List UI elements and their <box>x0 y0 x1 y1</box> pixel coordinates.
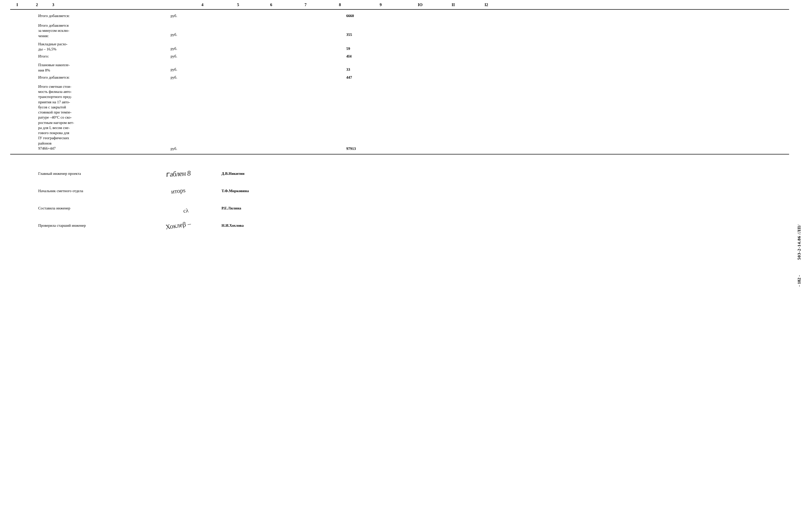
row2-unit: руб. <box>171 23 211 37</box>
table-row: Итого: руб. 4I4 <box>38 53 766 60</box>
col-header-10: IO <box>404 3 437 7</box>
side-label: 503-2-14.86 /ЛП/ - 182 - <box>789 0 809 511</box>
col-header-6: 6 <box>253 3 289 7</box>
sig4-image: Хоклеβ – <box>135 219 222 232</box>
col-header-7: 7 <box>289 3 322 7</box>
main-table: I 2 3 4 5 6 7 8 9 IO II I2 Итого добавля… <box>0 0 789 511</box>
sig1-title: Главный инженер проекта <box>38 172 135 176</box>
sig3-image: сλ <box>135 202 222 214</box>
row5-unit: руб. <box>171 62 211 72</box>
col-header-8: 8 <box>322 3 358 7</box>
col-header-11: II <box>437 3 470 7</box>
signature-row: Главный инженер проекта ᴦаблен 8 Д.В.Ник… <box>38 167 789 180</box>
col-header-9: 9 <box>358 3 404 7</box>
row4-unit: руб. <box>171 54 211 59</box>
sig1-image: ᴦаблен 8 <box>135 167 222 180</box>
header-row: I 2 3 4 5 6 7 8 9 IO II I2 <box>10 0 789 10</box>
side-label-top: 503-2-14.86 /ЛП/ <box>797 224 802 260</box>
sig4-name: Н.И.Хохлова <box>222 223 244 228</box>
content-area: Итого добавляется: руб. 6660 Итого добав… <box>38 12 789 152</box>
page-container: 503-2-14.86 /ЛП/ - 182 - I 2 3 4 5 6 7 8… <box>0 0 812 511</box>
sig2-name: Т.Ф.Морковина <box>222 189 249 193</box>
row1-unit: руб. <box>171 13 211 18</box>
row5-desc: Плановые накопле-ния 8% <box>38 62 171 73</box>
sig3-title: Составила инженер <box>38 206 135 210</box>
table-row: Плановые накопле-ния 8% руб. 33 <box>38 61 766 74</box>
signature-row: Начальник сметного отдела иторs Т.Ф.Морк… <box>38 184 789 197</box>
col-header-2: 2 <box>24 3 50 7</box>
row6-desc: Итого добавляется: <box>38 75 171 80</box>
table-row: Итого добавляетсяза минусом исклю-чения:… <box>38 22 766 39</box>
row1-desc: Итого добавляется: <box>38 13 171 18</box>
row6-unit: руб. <box>171 75 211 80</box>
row3-val9: 59 <box>346 41 392 51</box>
row7-desc: Итого сметная стои- мость филиала авто- … <box>38 84 171 151</box>
sig1-name: Д.В.Никитин <box>222 172 244 176</box>
row4-desc: Итого: <box>38 54 171 59</box>
col-header-3: 3 <box>50 3 182 7</box>
sig2-title: Начальник сметного отдела <box>38 189 135 193</box>
side-label-bottom: - 182 - <box>797 275 802 287</box>
col-header-5: 5 <box>223 3 253 7</box>
row6-val9: 447 <box>346 75 392 80</box>
table-row: Накладные расхо-ды – 16,5% руб. 59 <box>38 40 766 53</box>
sig3-name: Р.Е.Лялина <box>222 206 241 210</box>
sig2-image: иторs <box>135 184 222 197</box>
signature-section: Главный инженер проекта ᴦаблен 8 Д.В.Ник… <box>38 162 789 232</box>
row5-val9: 33 <box>346 62 392 72</box>
table-row: Итого добавляется: руб. 447 <box>38 74 766 82</box>
col-header-1: I <box>10 3 24 7</box>
row4-val9: 4I4 <box>346 54 392 59</box>
table-row: Итого сметная стои- мость филиала авто- … <box>38 83 766 152</box>
row3-desc: Накладные расхо-ды – 16,5% <box>38 41 171 52</box>
row2-val9: 355 <box>346 23 392 37</box>
table-row: Итого добавляется: руб. 6660 <box>38 12 766 20</box>
signature-row: Составила инженер сλ Р.Е.Лялина <box>38 202 789 214</box>
table-bottom-border <box>10 154 789 154</box>
row2-desc: Итого добавляетсяза минусом исклю-чения: <box>38 23 171 38</box>
row7-val9: 97913 <box>346 146 392 151</box>
row1-val9: 6660 <box>346 13 392 18</box>
col-header-4: 4 <box>182 3 223 7</box>
col-header-12: I2 <box>470 3 503 7</box>
sig4-title: Проверила старший инженер <box>38 223 135 228</box>
row3-unit: руб. <box>171 41 211 51</box>
signature-row: Проверила старший инженер Хоклеβ – Н.И.Х… <box>38 219 789 232</box>
row7-unit: руб. <box>171 146 211 151</box>
